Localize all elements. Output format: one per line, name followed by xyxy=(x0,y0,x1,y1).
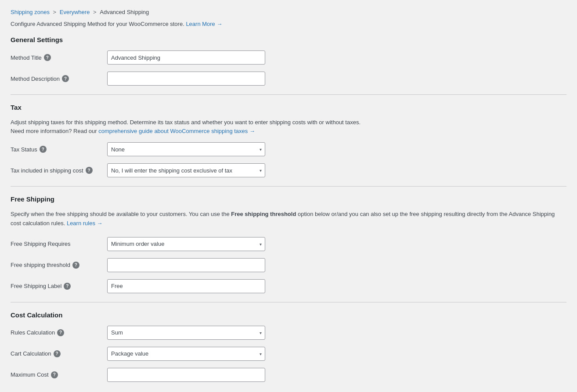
cost-calculation-title: Cost Calculation xyxy=(11,311,566,319)
maximum-cost-label: Maximum Cost ? xyxy=(11,371,107,378)
rules-calculation-label: Rules Calculation ? xyxy=(11,329,107,336)
breadcrumb-sep-1: > xyxy=(53,9,57,15)
tax-status-select[interactable]: None Taxable Not taxable xyxy=(107,142,265,156)
breadcrumb-everywhere[interactable]: Everywhere xyxy=(60,9,90,15)
breadcrumb-sep-2: > xyxy=(93,9,97,15)
method-description-input[interactable] xyxy=(107,72,265,86)
free-shipping-learn-rules-link[interactable]: Learn rules → xyxy=(67,220,103,227)
cart-calculation-select[interactable]: Package value Cart value xyxy=(107,347,265,361)
breadcrumb-current: Advanced Shipping xyxy=(100,9,149,15)
cart-calculation-row: Cart Calculation ? Package value Cart va… xyxy=(11,347,566,361)
rules-calculation-select-wrapper: Sum Average Minimum Maximum ▾ xyxy=(107,326,265,340)
cart-calculation-select-wrapper: Package value Cart value ▾ xyxy=(107,347,265,361)
tax-included-select-wrapper: No, I will enter the shipping cost exclu… xyxy=(107,163,265,177)
free-shipping-requires-label: Free Shipping Requires xyxy=(11,241,107,247)
tax-status-label: Tax Status ? xyxy=(11,146,107,153)
learn-more-link[interactable]: Learn More → xyxy=(186,21,222,27)
free-shipping-title: Free Shipping xyxy=(11,195,566,203)
tax-included-label: Tax included in shipping cost ? xyxy=(11,167,107,174)
free-shipping-threshold-help-icon[interactable]: ? xyxy=(72,262,79,269)
tax-guide-link[interactable]: comprehensive guide about WooCommerce sh… xyxy=(98,128,255,134)
tax-included-select[interactable]: No, I will enter the shipping cost exclu… xyxy=(107,163,265,177)
rules-calculation-select[interactable]: Sum Average Minimum Maximum xyxy=(107,326,265,340)
general-settings-title: General Settings xyxy=(11,36,566,43)
tax-included-help-icon[interactable]: ? xyxy=(86,167,93,174)
free-shipping-threshold-label: Free shipping threshold ? xyxy=(11,262,107,269)
divider-1 xyxy=(11,94,566,95)
method-description-help-icon[interactable]: ? xyxy=(62,75,69,82)
tax-status-select-wrapper: None Taxable Not taxable ▾ xyxy=(107,142,265,156)
tax-included-row: Tax included in shipping cost ? No, I wi… xyxy=(11,163,566,177)
maximum-cost-row: Maximum Cost ? xyxy=(11,368,566,382)
tax-description: Adjust shipping taxes for this shipping … xyxy=(11,118,566,135)
cart-calculation-label: Cart Calculation ? xyxy=(11,350,107,357)
free-shipping-requires-row: Free Shipping Requires Minimum order val… xyxy=(11,237,566,251)
divider-2 xyxy=(11,186,566,187)
free-shipping-threshold-input[interactable] xyxy=(107,258,265,272)
breadcrumb: Shipping zones > Everywhere > Advanced S… xyxy=(11,9,566,15)
method-description-label: Method Description ? xyxy=(11,75,107,82)
free-shipping-description: Specify when the free shipping should be… xyxy=(11,210,566,228)
method-title-help-icon[interactable]: ? xyxy=(44,54,51,61)
free-shipping-threshold-bold: Free shipping threshold xyxy=(231,211,296,217)
maximum-cost-help-icon[interactable]: ? xyxy=(51,371,58,378)
tax-status-row: Tax Status ? None Taxable Not taxable ▾ xyxy=(11,142,566,156)
tax-status-help-icon[interactable]: ? xyxy=(40,146,47,153)
free-shipping-label-help-icon[interactable]: ? xyxy=(64,283,71,290)
page-subtitle: Configure Advanced Shipping Method for y… xyxy=(11,21,566,27)
free-shipping-label-input[interactable] xyxy=(107,279,265,293)
method-title-label: Method Title ? xyxy=(11,54,107,61)
free-shipping-threshold-row: Free shipping threshold ? xyxy=(11,258,566,272)
free-shipping-requires-select-wrapper: Minimum order value Coupon Minimum order… xyxy=(107,237,265,251)
free-shipping-label-label: Free Shipping Label ? xyxy=(11,283,107,290)
rules-calculation-help-icon[interactable]: ? xyxy=(57,329,64,336)
breadcrumb-shipping-zones[interactable]: Shipping zones xyxy=(11,9,50,15)
free-shipping-requires-select[interactable]: Minimum order value Coupon Minimum order… xyxy=(107,237,265,251)
method-title-row: Method Title ? xyxy=(11,50,566,65)
cart-calculation-help-icon[interactable]: ? xyxy=(54,350,61,357)
method-description-row: Method Description ? xyxy=(11,72,566,86)
divider-3 xyxy=(11,302,566,302)
tax-title: Tax xyxy=(11,104,566,111)
subtitle-text: Configure Advanced Shipping Method for y… xyxy=(11,21,184,27)
free-shipping-label-row: Free Shipping Label ? xyxy=(11,279,566,293)
rules-calculation-row: Rules Calculation ? Sum Average Minimum … xyxy=(11,326,566,340)
method-title-input[interactable] xyxy=(107,50,265,65)
maximum-cost-input[interactable] xyxy=(107,368,265,382)
